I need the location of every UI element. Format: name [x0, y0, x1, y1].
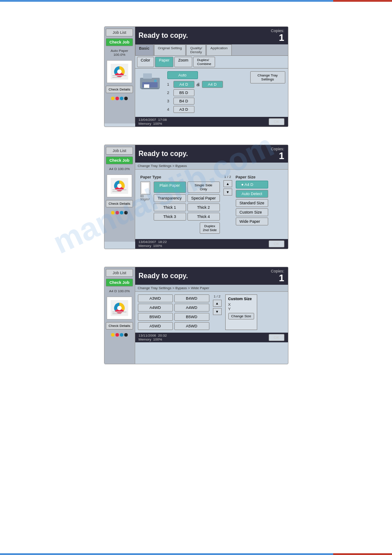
panel-body-1: Auto 1 A4 D 🖨 A4 D 2 B5 D [135, 69, 288, 117]
wide-a4wd-2[interactable]: A4WD [174, 304, 209, 312]
sidebar-inks-3 [111, 333, 128, 337]
main-area-3: Ready to copy. Copies: 1 Change Tray Set… [135, 267, 288, 342]
wide-a4wd-1[interactable]: A4WD [138, 304, 173, 312]
tab-bar-2-1: Color Paper Zoom Duplex/Combine [135, 56, 288, 69]
bypass-btn-thick3[interactable]: Thick 3 [154, 213, 186, 221]
svg-point-19 [117, 306, 122, 310]
tab-application-1[interactable]: Application [206, 44, 231, 55]
ink-k-3 [124, 333, 128, 337]
svg-rect-8 [144, 84, 149, 88]
main-area-2: Ready to copy. Copies: 1 Change Tray Set… [135, 145, 288, 249]
tray-row-1: 1 A4 D 🖨 A4 D [167, 81, 246, 88]
sidebar-check-details-1[interactable]: Check Details [106, 86, 133, 93]
sidebar-preview-3 [107, 297, 132, 319]
panel-3-wide: Job List Check Job A4 D 100.0% [104, 267, 288, 364]
sidebar-preview-2 [107, 174, 132, 197]
wide-a5wd-2[interactable]: A5WD [174, 322, 209, 330]
tab2-zoom-1[interactable]: Zoom [174, 57, 192, 67]
ink-m-3 [115, 333, 119, 337]
ok-btn-2[interactable]: OK [269, 240, 284, 247]
sidebar-job-list-1[interactable]: Job List [106, 29, 133, 36]
tab2-duplex-1[interactable]: Duplex/Combine [193, 57, 215, 67]
tab2-color-1[interactable]: Color [137, 57, 155, 67]
statusbar-2: 13/04/2007 18:22 Memory 100% OK [135, 239, 288, 249]
panel-body-2: Paper Type 6090g/m² [135, 170, 288, 239]
wide-a5wd-1[interactable]: A5WD [138, 322, 173, 330]
size-autodetect-btn[interactable]: Auto Detect [236, 190, 269, 198]
printer-icon-1 [138, 71, 162, 91]
custom-size-title: Custom Size [228, 297, 255, 301]
ink-m-1 [115, 97, 119, 100]
ink-y-3 [111, 333, 115, 337]
nav-down-3[interactable]: ▼ [213, 308, 222, 315]
page-nav-label-3: 1 / 2 [214, 294, 221, 298]
svg-rect-16 [141, 182, 149, 194]
nav-up-3[interactable]: ▲ [213, 300, 222, 307]
bypass-btn-plain[interactable]: Plain Paper [154, 181, 186, 193]
ok-btn-1[interactable]: OK [269, 118, 284, 125]
wide-b5wd-1[interactable]: B5WD [138, 313, 173, 321]
svg-rect-21 [112, 313, 121, 314]
sidebar-check-job-2[interactable]: Check Job [106, 156, 133, 164]
bypass-btn-thick1[interactable]: Thick 1 [154, 203, 186, 211]
preview-image-2 [111, 178, 128, 194]
wide-a3wd[interactable]: A3WD [138, 294, 173, 302]
sidebar-check-job-1[interactable]: Check Job [106, 38, 133, 46]
tray-3-btn[interactable]: B4 D [173, 98, 194, 105]
tray-4-btn[interactable]: A3 D [173, 106, 194, 113]
custom-size-box: Custom Size X Y Change Size [225, 294, 258, 330]
bypass-btn-transparency[interactable]: Transparency [154, 194, 186, 202]
ink-c-3 [120, 333, 123, 337]
page-nav-3: 1 / 2 ▲ ▼ [213, 294, 222, 330]
size-standard-btn[interactable]: Standard Size [236, 199, 269, 207]
header-1: Ready to copy. Copies: 1 [135, 27, 288, 44]
sidebar-check-job-3[interactable]: Check Job [106, 279, 133, 287]
preview-image-3 [111, 300, 128, 316]
statusbar-1: 13/04/2007 17:08 Memory 100% OK [135, 117, 288, 127]
copies-section-3: Copies: 1 [271, 269, 284, 283]
wide-b5wd-2[interactable]: B5WD [174, 313, 209, 321]
sidebar-2: Job List Check Job A4 D 100.0% [104, 145, 135, 242]
sidebar-3: Job List Check Job A4 D 100.0% [104, 267, 135, 364]
nav-down-2[interactable]: ▼ [223, 189, 232, 196]
tray-2-btn[interactable]: B5 D [173, 89, 194, 96]
bypass-btn-special[interactable]: Special Paper [187, 194, 220, 202]
header-2: Ready to copy. Copies: 1 [135, 145, 288, 163]
sidebar-inks-1 [111, 97, 128, 100]
printer-area-1 [138, 71, 162, 114]
change-size-btn[interactable]: Change Size [228, 313, 255, 319]
panel-1-copy-main: Job List Check Job Auto Paper 100.0% [104, 26, 288, 127]
bypass-content: Paper Type 6090g/m² [138, 172, 285, 236]
wide-b4wd[interactable]: B4WD [174, 294, 209, 302]
tab-original-1[interactable]: Original Setting [154, 44, 186, 55]
sidebar-job-list-2[interactable]: Job List [106, 147, 133, 155]
header-3: Ready to copy. Copies: 1 [135, 267, 288, 285]
size-custom-btn[interactable]: Custom Size [236, 208, 269, 216]
nav-up-2[interactable]: ▲ [223, 180, 232, 187]
tab-basic-1[interactable]: Basic [135, 44, 154, 55]
ok-btn-3[interactable]: OK [269, 334, 284, 341]
custom-y: Y [228, 307, 255, 311]
sidebar-check-details-3[interactable]: Check Details [106, 322, 133, 330]
bypass-btn-thick4[interactable]: Thick 4 [187, 213, 220, 221]
sidebar-check-details-2[interactable]: Check Details [106, 200, 133, 207]
svg-rect-7 [143, 73, 152, 79]
bypass-btn-thick2[interactable]: Thick 2 [187, 203, 220, 211]
size-wide-btn[interactable]: Wide Paper [236, 218, 269, 225]
duplex-btn[interactable]: Duplex2nd Side [200, 222, 220, 234]
ink-c-1 [120, 97, 123, 100]
auto-btn-1[interactable]: Auto [167, 71, 198, 79]
tab2-paper-1[interactable]: Paper [155, 57, 173, 67]
ink-k-2 [124, 211, 128, 214]
tray-1-btn[interactable]: A4 D [173, 81, 194, 88]
tray-1-right-btn[interactable]: A4 D [202, 81, 223, 88]
change-tray-btn-1[interactable]: Change TraySettings [250, 71, 285, 83]
page-nav-label-2: 1 / 2 [224, 175, 231, 179]
bypass-btn-single[interactable]: Single SideOnly [187, 181, 220, 193]
sidebar-job-list-3[interactable]: Job List [106, 269, 133, 277]
paper-type-label: Paper Type [140, 175, 220, 179]
copy-title-1: Ready to copy. [139, 32, 188, 40]
size-a4-btn[interactable]: ● A4 D [236, 181, 269, 189]
paper-sheet-preview [140, 181, 150, 195]
tab-quality-1[interactable]: Quality/Density [186, 44, 206, 55]
